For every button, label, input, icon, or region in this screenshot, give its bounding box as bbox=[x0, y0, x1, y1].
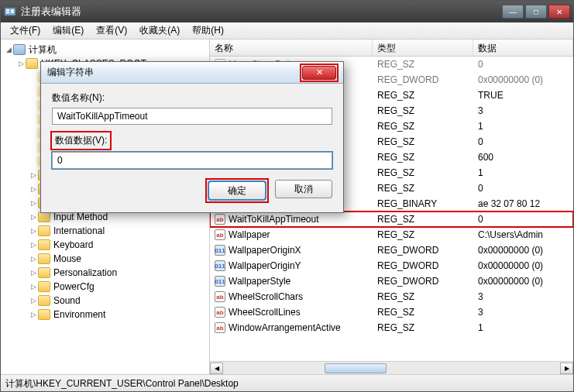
tree-arrow-icon[interactable]: ▷ bbox=[29, 255, 38, 263]
tree-arrow-icon[interactable]: ▷ bbox=[29, 241, 38, 249]
tree-item[interactable]: ▷International bbox=[1, 224, 209, 238]
tree-arrow-icon[interactable]: ▷ bbox=[29, 311, 38, 318]
string-icon: ab bbox=[215, 307, 225, 318]
tree-arrow-icon[interactable]: ◢ bbox=[4, 46, 13, 53]
string-icon: ab bbox=[215, 214, 225, 225]
header-type[interactable]: 类型 bbox=[373, 40, 473, 56]
list-row[interactable]: abWallpaperREG_SZC:\Users\Admin bbox=[210, 227, 573, 242]
value-data: 0x00000000 (0) bbox=[473, 245, 573, 256]
list-header: 名称 类型 数据 bbox=[210, 40, 573, 57]
folder-icon bbox=[38, 281, 50, 292]
scroll-right-button[interactable]: ▶ bbox=[560, 363, 573, 374]
value-data: 1 bbox=[473, 322, 573, 333]
scroll-left-button[interactable]: ◀ bbox=[210, 363, 223, 374]
value-name-input[interactable] bbox=[52, 108, 332, 125]
tree-label: 计算机 bbox=[29, 43, 57, 57]
tree-item[interactable]: ▷PowerCfg bbox=[1, 280, 209, 294]
tree-arrow-icon[interactable]: ▷ bbox=[16, 60, 26, 67]
cancel-button[interactable]: 取消 bbox=[275, 180, 332, 198]
value-name: WallpaperOriginY bbox=[229, 260, 301, 271]
value-data: 3 bbox=[473, 307, 573, 318]
tree-arrow-icon[interactable]: ▷ bbox=[29, 297, 38, 304]
header-name[interactable]: 名称 bbox=[210, 40, 373, 56]
header-data[interactable]: 数据 bbox=[473, 40, 573, 56]
dialog-close-button[interactable]: ✕ bbox=[302, 66, 336, 80]
tree-arrow-icon[interactable]: ▷ bbox=[29, 199, 38, 207]
ok-button[interactable]: 确定 bbox=[208, 181, 266, 200]
tree-item[interactable]: ▷Mouse bbox=[1, 252, 209, 266]
tree-item[interactable]: ▷Sound bbox=[1, 294, 209, 308]
tree-arrow-icon[interactable]: ▷ bbox=[29, 213, 38, 221]
minimize-button[interactable]: — bbox=[502, 5, 524, 19]
menu-view[interactable]: 查看(V) bbox=[90, 22, 133, 39]
tree-arrow-icon[interactable]: ▷ bbox=[29, 283, 38, 291]
value-data-input[interactable] bbox=[52, 152, 332, 169]
svg-rect-2 bbox=[6, 12, 9, 13]
list-row[interactable]: 011WallpaperOriginXREG_DWORD0x00000000 (… bbox=[210, 242, 573, 258]
computer-icon bbox=[13, 44, 26, 55]
scroll-track[interactable] bbox=[223, 363, 560, 374]
binary-icon: 011 bbox=[215, 245, 225, 256]
list-row[interactable]: abWheelScrollCharsREG_SZ3 bbox=[210, 289, 573, 304]
value-type: REG_BINARY bbox=[373, 198, 473, 209]
value-type: REG_SZ bbox=[373, 90, 473, 101]
value-data: C:\Users\Admin bbox=[473, 229, 573, 240]
value-data: 0x00000000 (0) bbox=[473, 260, 573, 271]
menu-edit[interactable]: 编辑(E) bbox=[46, 22, 90, 39]
horizontal-scrollbar[interactable]: ◀ ▶ bbox=[210, 361, 573, 374]
value-data: 3 bbox=[473, 291, 573, 302]
scroll-thumb[interactable] bbox=[325, 363, 387, 373]
folder-icon bbox=[38, 253, 50, 264]
list-row[interactable]: 011WallpaperStyleREG_DWORD0x00000000 (0) bbox=[210, 273, 573, 289]
list-row[interactable]: abWheelScrollLinesREG_SZ3 bbox=[210, 304, 573, 320]
list-row[interactable]: abWaitToKillAppTimeoutREG_SZ0 bbox=[210, 211, 573, 227]
menu-favorites[interactable]: 收藏夹(A) bbox=[133, 22, 186, 39]
value-name: WindowArrangementActive bbox=[229, 322, 341, 333]
value-data: 0 bbox=[473, 214, 573, 225]
tree-label: International bbox=[53, 225, 105, 236]
dialog-title: 编辑字符串 bbox=[47, 66, 301, 79]
titlebar: 注册表编辑器 — □ ✕ bbox=[1, 1, 573, 22]
value-type: REG_SZ bbox=[373, 167, 473, 178]
string-icon: ab bbox=[215, 229, 225, 240]
menu-bar: 文件(F) 编辑(E) 查看(V) 收藏夹(A) 帮助(H) bbox=[1, 22, 573, 40]
list-row[interactable]: abWindowArrangementActiveREG_SZ1 bbox=[210, 320, 573, 335]
value-type: REG_SZ bbox=[373, 152, 473, 163]
value-data: 0 bbox=[473, 59, 573, 70]
tree-arrow-icon[interactable]: ▷ bbox=[29, 185, 38, 193]
menu-help[interactable]: 帮助(H) bbox=[186, 22, 230, 39]
value-data: 1 bbox=[473, 121, 573, 132]
folder-icon bbox=[38, 211, 50, 222]
value-type: REG_SZ bbox=[373, 291, 473, 302]
value-data: 600 bbox=[473, 152, 573, 163]
svg-rect-3 bbox=[11, 9, 14, 13]
tree-label: PowerCfg bbox=[53, 281, 95, 292]
window-title: 注册表编辑器 bbox=[21, 5, 502, 19]
value-data: 0x00000000 (0) bbox=[473, 276, 573, 287]
menu-file[interactable]: 文件(F) bbox=[4, 22, 46, 39]
tree-item[interactable]: ▷Keyboard bbox=[1, 238, 209, 252]
tree-arrow-icon[interactable]: ▷ bbox=[29, 269, 38, 277]
value-name: WheelScrollChars bbox=[229, 291, 303, 302]
list-row[interactable]: 011WallpaperOriginYREG_DWORD0x00000000 (… bbox=[210, 258, 573, 273]
close-button[interactable]: ✕ bbox=[548, 5, 570, 19]
value-type: REG_DWORD bbox=[373, 245, 473, 256]
tree-item[interactable]: ▷Personalization bbox=[1, 266, 209, 280]
folder-icon bbox=[38, 225, 50, 236]
value-name: WaitToKillAppTimeout bbox=[229, 214, 318, 225]
folder-icon bbox=[38, 267, 50, 278]
value-name-label: 数值名称(N): bbox=[52, 91, 332, 105]
maximize-button[interactable]: □ bbox=[525, 5, 547, 19]
value-type: REG_SZ bbox=[373, 59, 473, 70]
tree-arrow-icon[interactable]: ▷ bbox=[29, 227, 38, 235]
binary-icon: 011 bbox=[215, 260, 225, 271]
dialog-titlebar: 编辑字符串 ✕ bbox=[41, 62, 343, 84]
tree-item[interactable]: ▷Environment bbox=[1, 308, 209, 322]
value-name: WheelScrollLines bbox=[229, 307, 301, 318]
tree-item[interactable]: ◢计算机 bbox=[1, 43, 209, 57]
folder-icon bbox=[26, 58, 38, 69]
tree-arrow-icon[interactable]: ▷ bbox=[29, 171, 38, 179]
value-name: WallpaperOriginX bbox=[229, 245, 301, 256]
value-type: REG_SZ bbox=[373, 322, 473, 333]
edit-string-dialog: 编辑字符串 ✕ 数值名称(N): 数值数据(V): 确定 取消 bbox=[40, 61, 344, 213]
